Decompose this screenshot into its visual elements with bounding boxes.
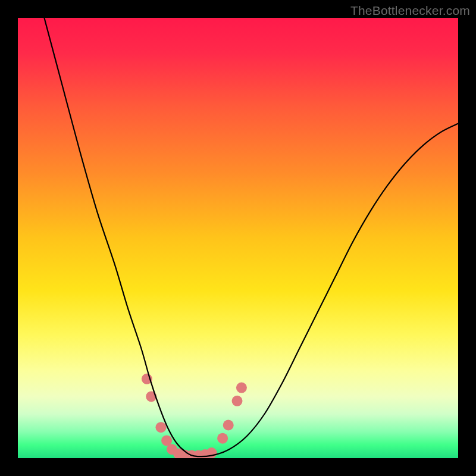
bottleneck-curve [44,18,458,456]
plot-area [18,18,458,458]
curve-layer [18,18,458,458]
highlight-marker [217,433,228,444]
chart-frame: TheBottlenecker.com [0,0,476,476]
highlight-markers [142,374,247,458]
highlight-marker [156,422,167,433]
highlight-marker [236,383,247,393]
highlight-marker [232,396,243,406]
highlight-marker [223,420,234,431]
watermark-label: TheBottlenecker.com [350,4,470,18]
